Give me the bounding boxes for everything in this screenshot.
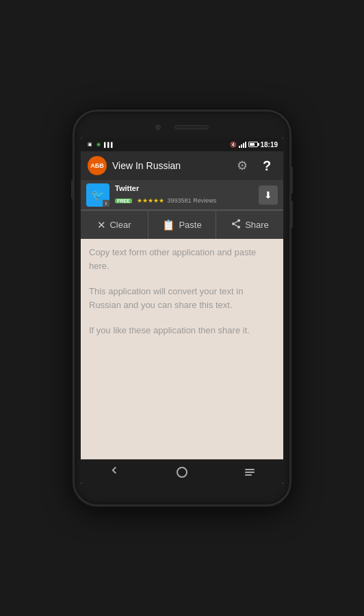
- paste-button[interactable]: 📋 Paste: [148, 211, 216, 239]
- placeholder-line-3: If you like these application then share…: [89, 324, 275, 337]
- settings-icon[interactable]: ⚙: [233, 156, 252, 175]
- bottom-nav: [81, 459, 283, 484]
- share-button[interactable]: Share: [216, 211, 283, 239]
- svg-point-0: [237, 219, 240, 222]
- speaker-grille: [174, 125, 209, 129]
- wifi-signal: [239, 141, 246, 148]
- recent-apps-icon: [245, 469, 255, 476]
- status-bar: ▣ ◉ ▐▐▐ 🔇 18:19: [81, 138, 283, 151]
- svg-point-2: [237, 226, 240, 229]
- placeholder-line-2: This application will convert your text …: [89, 285, 275, 311]
- clear-label: Clear: [109, 220, 131, 230]
- volume-down-button: [290, 201, 293, 228]
- phone-bottom-hardware: [80, 487, 284, 495]
- app-bar: АБВ View In Russian ⚙ ?: [81, 151, 283, 180]
- text-area[interactable]: Copy text form other application and pas…: [81, 239, 283, 459]
- signal-icon: ▐▐▐: [104, 141, 111, 148]
- power-button: [290, 166, 293, 194]
- twitter-badge: ℹ: [103, 200, 109, 207]
- app-logo: АБВ: [88, 156, 107, 175]
- mute-icon: 🔇: [230, 142, 237, 148]
- ad-banner[interactable]: 🐦 ℹ Twitter FREE ★★★★★ 3993581 Reviews ⬇: [81, 180, 283, 210]
- clipboard-icon: 📋: [162, 219, 175, 231]
- ad-title: Twitter: [115, 184, 253, 192]
- status-right-icons: 🔇 18:19: [230, 141, 278, 149]
- ad-info: Twitter FREE ★★★★★ 3993581 Reviews: [115, 184, 253, 205]
- ad-stars: ★★★★★: [137, 197, 164, 204]
- svg-point-1: [232, 222, 235, 225]
- sim-icon: ▣: [86, 141, 93, 148]
- ad-meta: FREE ★★★★★ 3993581 Reviews: [115, 193, 253, 205]
- app-title: View In Russian: [112, 160, 227, 171]
- home-icon: [177, 467, 187, 478]
- ad-download-button[interactable]: ⬇: [259, 185, 278, 205]
- close-icon: ✕: [97, 219, 106, 231]
- paste-label: Paste: [179, 220, 201, 230]
- front-camera: [155, 125, 161, 130]
- phone-screen: ▣ ◉ ▐▐▐ 🔇 18:19 АБВ: [81, 138, 283, 484]
- status-left-icons: ▣ ◉ ▐▐▐: [86, 141, 111, 148]
- ad-reviews: 3993581 Reviews: [168, 197, 217, 204]
- free-badge: FREE: [115, 198, 132, 203]
- message-icon: ◉: [95, 141, 102, 148]
- twitter-app-icon: 🐦 ℹ: [86, 183, 109, 207]
- volume-button: [71, 180, 74, 199]
- clear-button[interactable]: ✕ Clear: [81, 211, 148, 239]
- svg-line-4: [235, 221, 238, 223]
- recent-apps-button[interactable]: [236, 462, 263, 483]
- back-button[interactable]: [101, 462, 128, 483]
- share-icon: [231, 218, 242, 231]
- help-icon[interactable]: ?: [257, 156, 276, 175]
- placeholder-line-1: Copy text form other application and pas…: [89, 246, 275, 272]
- time-display: 18:19: [260, 141, 278, 149]
- battery-icon: [248, 142, 258, 147]
- phone-top-hardware: [80, 121, 284, 133]
- svg-line-3: [235, 224, 238, 227]
- home-button[interactable]: [168, 462, 196, 483]
- action-bar: ✕ Clear 📋 Paste Share: [81, 210, 283, 239]
- back-icon: [108, 464, 120, 480]
- share-label: Share: [245, 220, 269, 230]
- phone-frame: ▣ ◉ ▐▐▐ 🔇 18:19 АБВ: [73, 110, 291, 506]
